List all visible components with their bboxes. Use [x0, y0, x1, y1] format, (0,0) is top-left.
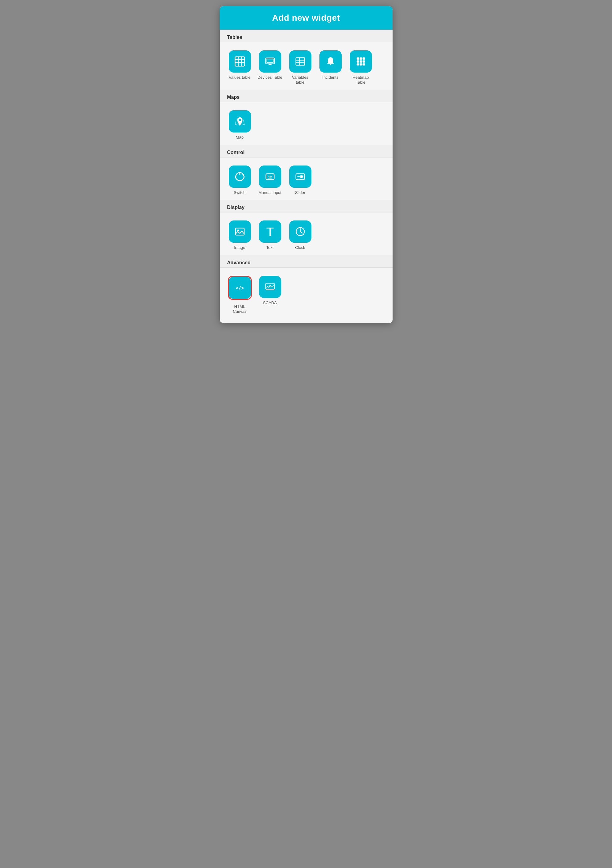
values-table-label: Values table: [229, 75, 250, 80]
svg-line-42: [269, 285, 270, 287]
dialog-header: Add new widget: [220, 6, 393, 29]
section-label-control: Control: [220, 145, 393, 157]
section-label-display: Display: [220, 200, 393, 212]
svg-line-44: [271, 286, 274, 287]
dialog-title: Add new widget: [226, 13, 386, 23]
switch-icon: [234, 171, 246, 183]
text-icon: [264, 226, 276, 237]
svg-rect-0: [235, 57, 244, 66]
scada-icon-container: [259, 276, 281, 298]
svg-rect-31: [235, 228, 244, 235]
widget-html-canvas[interactable]: </> HTML Canvas: [226, 274, 254, 316]
svg-rect-15: [360, 57, 362, 60]
section-label-maps: Maps: [220, 90, 393, 102]
svg-rect-20: [357, 63, 359, 66]
svg-rect-9: [296, 58, 304, 65]
manual-input-label: Manual input: [258, 190, 281, 195]
tables-grid: Values table Devices Table: [220, 42, 393, 90]
switch-label: Switch: [233, 190, 245, 195]
svg-point-23: [238, 119, 241, 121]
slider-label: Slider: [295, 190, 305, 195]
devices-icon: [264, 56, 276, 67]
svg-line-37: [300, 232, 303, 233]
svg-rect-17: [357, 60, 359, 63]
widget-values-table[interactable]: Values table: [226, 48, 254, 87]
heatmap-table-label: Heatmap Table: [348, 75, 374, 85]
html-icon: </>: [234, 282, 246, 294]
svg-rect-21: [360, 63, 362, 66]
svg-rect-19: [362, 60, 365, 63]
list-icon: [294, 56, 306, 67]
text-label: Text: [266, 245, 274, 250]
svg-text:</>: </>: [235, 285, 244, 291]
svg-rect-22: [362, 63, 365, 66]
html-canvas-selected-border: </>: [228, 276, 252, 300]
grid-icon: [234, 56, 246, 67]
map-icon-container: [229, 110, 251, 132]
devices-table-label: Devices Table: [257, 75, 283, 80]
widget-clock[interactable]: Clock: [286, 219, 314, 252]
control-grid: Switch 12 Manual input Slider: [220, 158, 393, 200]
scada-label: SCADA: [263, 301, 277, 305]
svg-text:12: 12: [268, 175, 272, 179]
html-canvas-icon-container: </>: [229, 277, 251, 299]
map-label: Map: [236, 135, 244, 140]
variables-table-icon: [289, 50, 311, 73]
clock-icon-container: [289, 220, 311, 243]
svg-rect-18: [360, 60, 362, 63]
slider-icon: [294, 171, 306, 183]
svg-point-13: [329, 57, 331, 58]
svg-rect-16: [362, 57, 365, 60]
widget-scada[interactable]: SCADA: [256, 274, 284, 316]
svg-point-32: [237, 230, 239, 232]
widget-slider[interactable]: Slider: [286, 164, 314, 197]
widget-map[interactable]: Map: [226, 108, 254, 142]
add-widget-dialog: Add new widget Tables Values table: [220, 6, 393, 323]
map-icon: [234, 115, 246, 127]
widget-heatmap-table[interactable]: Heatmap Table: [347, 48, 375, 87]
incidents-icon: [320, 50, 342, 73]
clock-label: Clock: [295, 245, 305, 250]
advanced-grid: </> HTML Canvas SCADA: [220, 268, 393, 323]
widget-incidents[interactable]: Incidents: [317, 48, 345, 87]
widget-variables-table[interactable]: Variables table: [286, 48, 314, 87]
svg-rect-6: [267, 59, 273, 62]
heatmap-icon: [355, 56, 367, 67]
widget-switch[interactable]: Switch: [226, 164, 254, 197]
image-label: Image: [234, 245, 245, 250]
svg-rect-30: [300, 175, 303, 178]
svg-rect-14: [357, 57, 359, 60]
devices-table-icon: [259, 50, 281, 73]
incidents-label: Incidents: [322, 75, 338, 80]
variables-table-label: Variables table: [287, 75, 313, 85]
display-grid: Image Text Clock: [220, 212, 393, 255]
text-icon-container: [259, 220, 281, 243]
heatmap-table-icon: [350, 50, 372, 73]
svg-line-40: [266, 286, 267, 288]
clock-icon: [294, 226, 306, 237]
image-icon-container: [229, 220, 251, 243]
section-label-advanced: Advanced: [220, 255, 393, 267]
widget-devices-table[interactable]: Devices Table: [256, 48, 284, 87]
slider-icon-container: [289, 166, 311, 188]
manual-input-icon-container: 12: [259, 166, 281, 188]
svg-line-43: [270, 285, 271, 287]
switch-icon-container: [229, 166, 251, 188]
values-table-icon: [229, 50, 251, 73]
widget-manual-input[interactable]: 12 Manual input: [256, 164, 284, 197]
widget-text[interactable]: Text: [256, 219, 284, 252]
bell-icon: [325, 56, 336, 67]
svg-rect-39: [266, 284, 274, 289]
scada-icon: [264, 281, 276, 293]
maps-grid: Map: [220, 102, 393, 145]
manual-input-icon: 12: [264, 171, 276, 183]
section-label-tables: Tables: [220, 29, 393, 42]
html-canvas-label: HTML Canvas: [227, 304, 252, 314]
widget-image[interactable]: Image: [226, 219, 254, 252]
image-icon: [234, 226, 246, 237]
